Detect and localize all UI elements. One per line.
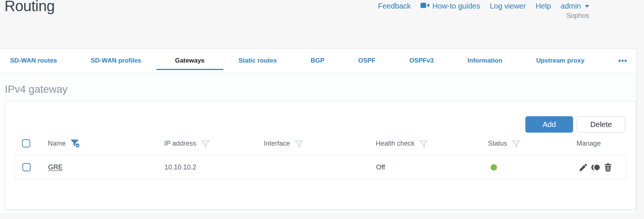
header-cell-ip-address: IP address	[164, 139, 264, 148]
howto-guides-link-label: How-to guides	[432, 2, 480, 10]
filter-icon[interactable]	[201, 140, 210, 148]
tab-bgp[interactable]: BGP	[311, 49, 325, 73]
filter-active-icon[interactable]	[71, 139, 80, 148]
tab-gateways[interactable]: Gateways	[175, 49, 204, 73]
row-cell-ip-address: 10.10.10.2	[165, 164, 264, 171]
row-cell-name: GRE	[48, 164, 165, 171]
gateway-table: Name IP address	[15, 136, 626, 180]
header-cell-health-check: Health check	[376, 139, 488, 148]
brand-label: Sophos	[566, 12, 589, 20]
filter-icon[interactable]	[512, 140, 520, 148]
clone-icon[interactable]	[591, 163, 601, 172]
header-cell-select	[15, 139, 48, 147]
gateway-name-link[interactable]: GRE	[48, 164, 63, 171]
column-label-status: Status	[488, 140, 507, 147]
column-label-ip-address: IP address	[164, 140, 196, 147]
filter-icon[interactable]	[419, 140, 428, 148]
tab-ospf[interactable]: OSPF	[358, 49, 375, 73]
header-cell-manage: Manage	[576, 140, 626, 147]
filter-icon[interactable]	[295, 140, 303, 148]
row-cell-status	[488, 164, 577, 171]
chevron-down-icon	[585, 5, 590, 8]
help-link[interactable]: Help	[535, 2, 551, 10]
feedback-link[interactable]: Feedback	[378, 2, 411, 10]
tab-static-routes[interactable]: Static routes	[238, 49, 277, 73]
account-menu-label: admin	[561, 2, 581, 10]
column-label-health-check: Health check	[376, 140, 415, 147]
row-cell-select	[15, 163, 48, 171]
table-header-row: Name IP address	[15, 136, 626, 150]
tab-upstream-proxy[interactable]: Upstream proxy	[536, 49, 584, 73]
column-label-interface: Interface	[264, 140, 290, 147]
delete-button[interactable]: Delete	[577, 116, 625, 133]
row-checkbox[interactable]	[22, 163, 31, 171]
column-label-name: Name	[48, 140, 66, 147]
add-button[interactable]: Add	[525, 116, 573, 133]
column-label-manage: Manage	[576, 140, 601, 147]
gateway-panel: Add Delete Name	[5, 101, 636, 210]
page-title: Routing	[4, 0, 54, 15]
header-cell-status: Status	[488, 139, 576, 148]
howto-guides-link[interactable]: How-to guides	[421, 2, 480, 10]
tab-bar: SD-WAN routes SD-WAN profiles Gateways S…	[0, 49, 636, 73]
account-menu[interactable]: admin	[561, 2, 590, 10]
row-cell-manage	[577, 163, 626, 172]
status-up-indicator	[491, 164, 497, 171]
table-row: GRE 10.10.10.2 Off	[15, 155, 626, 180]
section-heading: IPv4 gateway	[5, 83, 636, 95]
delete-trash-icon[interactable]	[604, 163, 612, 172]
tab-overflow-ellipsis-icon[interactable]: •••	[618, 57, 627, 65]
gateway-ip-value: 10.10.10.2	[165, 164, 196, 171]
feedback-link-label: Feedback	[378, 2, 411, 10]
panel-toolbar: Add Delete	[5, 116, 625, 133]
gateway-health-check-value: Off	[376, 164, 385, 171]
help-link-label: Help	[535, 2, 551, 10]
edit-pencil-icon[interactable]	[579, 163, 588, 172]
tab-sdwan-profiles[interactable]: SD-WAN profiles	[91, 49, 141, 73]
tab-ospfv3[interactable]: OSPFv3	[409, 49, 434, 73]
tab-information[interactable]: Information	[468, 49, 503, 73]
video-camera-icon	[421, 2, 429, 10]
select-all-checkbox[interactable]	[22, 139, 30, 147]
tab-sdwan-routes[interactable]: SD-WAN routes	[10, 49, 57, 73]
manage-actions	[579, 163, 612, 172]
log-viewer-link-label: Log viewer	[490, 2, 526, 10]
header-cell-interface: Interface	[264, 139, 376, 148]
top-nav: Feedback How-to guides Log viewer Help a…	[378, 2, 590, 10]
log-viewer-link[interactable]: Log viewer	[490, 2, 526, 10]
row-cell-health-check: Off	[376, 164, 488, 171]
content-sheet: SD-WAN routes SD-WAN profiles Gateways S…	[0, 48, 637, 213]
header-cell-name: Name	[48, 139, 164, 148]
